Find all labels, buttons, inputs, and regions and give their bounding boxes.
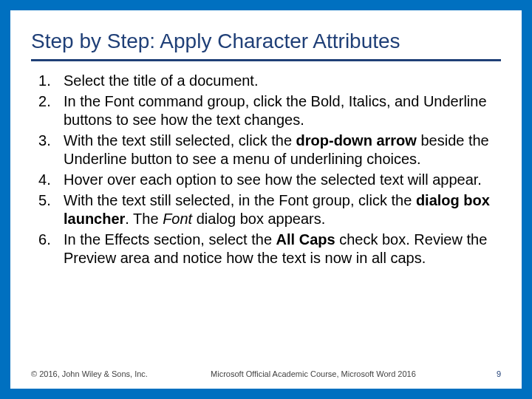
footer-copyright: © 2016, John Wiley & Sons, Inc. — [31, 369, 148, 378]
bold-text: All Caps — [276, 231, 340, 248]
step-text: With the text still selected, click the — [64, 132, 296, 149]
footer: © 2016, John Wiley & Sons, Inc. Microsof… — [31, 364, 501, 378]
list-item: With the text still selected, click the … — [31, 132, 501, 169]
steps-list: Select the title of a document. In the F… — [31, 72, 501, 268]
step-text: Hover over each option to see how the se… — [64, 171, 482, 188]
slide-body: Select the title of a document. In the F… — [31, 72, 501, 364]
bold-text: drop-down arrow — [296, 132, 417, 149]
list-item: In the Effects section, select the All C… — [31, 231, 501, 268]
italic-text: Font — [163, 211, 192, 227]
slide: Step by Step: Apply Character Attributes… — [10, 10, 522, 389]
step-text: In the Effects section, select the — [64, 231, 276, 248]
step-text: . The — [125, 211, 163, 227]
list-item: Hover over each option to see how the se… — [31, 171, 501, 190]
footer-course: Microsoft Official Academic Course, Micr… — [148, 369, 479, 378]
list-item: In the Font command group, click the Bol… — [31, 92, 501, 130]
step-text: Select the title of a document. — [64, 72, 259, 89]
list-item: With the text still selected, in the Fon… — [31, 191, 501, 229]
step-text: With the text still selected, in the Fon… — [64, 192, 416, 208]
slide-title: Step by Step: Apply Character Attributes — [31, 30, 501, 61]
list-item: Select the title of a document. — [31, 72, 501, 91]
step-text: dialog box appears. — [192, 211, 325, 227]
page-number: 9 — [479, 369, 501, 378]
step-text: In the Font command group, click the Bol… — [64, 93, 487, 129]
